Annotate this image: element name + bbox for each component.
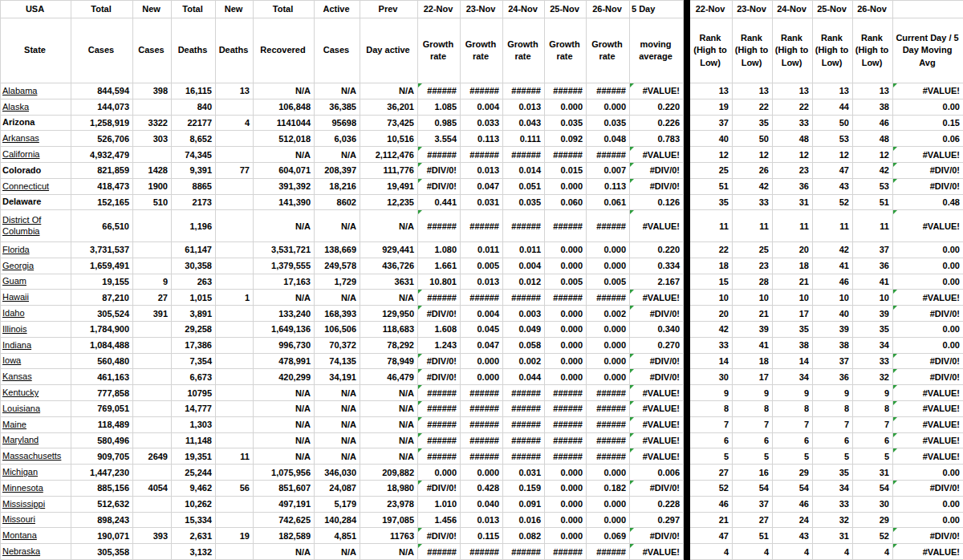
cell[interactable]: 8602 <box>315 194 360 210</box>
header-cell[interactable]: 23-Nov <box>733 1 773 18</box>
cell[interactable] <box>133 147 172 163</box>
cell[interactable]: ###### <box>418 416 461 432</box>
cell[interactable]: 6 <box>733 432 773 448</box>
cell[interactable]: 0.00 <box>893 496 963 512</box>
cell[interactable]: 7 <box>773 416 813 432</box>
cell[interactable]: 66,510 <box>71 210 133 242</box>
cell[interactable]: #VALUE! <box>630 448 684 465</box>
cell[interactable]: 0.441 <box>418 194 461 210</box>
cell[interactable]: 14,777 <box>172 400 216 416</box>
cell[interactable]: 33 <box>773 115 813 131</box>
state-cell[interactable]: Colorado <box>1 162 71 178</box>
cell[interactable]: 0.061 <box>587 194 630 210</box>
cell[interactable]: 11 <box>690 210 733 242</box>
cell[interactable]: N/A <box>315 83 360 99</box>
cell[interactable] <box>216 544 254 560</box>
cell[interactable]: #DIV/0! <box>630 306 684 322</box>
cell[interactable]: 0.069 <box>587 528 630 544</box>
cell[interactable]: 0.00 <box>893 321 963 337</box>
cell[interactable]: 0.985 <box>418 115 461 131</box>
cell[interactable]: 48 <box>773 131 813 147</box>
cell[interactable]: #DIV/0! <box>893 306 963 322</box>
cell[interactable]: ###### <box>587 432 630 448</box>
cell[interactable]: 10 <box>813 290 853 306</box>
cell[interactable]: 42 <box>690 321 733 337</box>
cell[interactable]: ###### <box>587 416 630 432</box>
cell[interactable]: 34 <box>853 337 893 353</box>
cell[interactable]: 13 <box>216 83 254 99</box>
cell[interactable]: 22 <box>773 99 813 115</box>
cell[interactable]: 25 <box>733 241 773 258</box>
header-cell[interactable]: Cases <box>71 18 133 83</box>
cell[interactable]: 9,462 <box>172 480 216 496</box>
cell[interactable]: ###### <box>587 448 630 465</box>
cell[interactable]: 46 <box>690 496 733 512</box>
header-cell[interactable]: 24-Nov <box>503 1 545 18</box>
cell[interactable]: ###### <box>418 400 461 416</box>
cell[interactable]: 54 <box>733 480 773 496</box>
cell[interactable]: 25 <box>690 162 733 178</box>
cell[interactable]: 0.044 <box>503 369 545 385</box>
cell[interactable]: 0.000 <box>587 465 630 481</box>
cell[interactable]: 35 <box>813 465 853 481</box>
cell[interactable] <box>216 512 254 528</box>
cell[interactable]: ###### <box>545 290 587 306</box>
cell[interactable]: 851,607 <box>254 480 315 496</box>
cell[interactable]: 6,673 <box>172 369 216 385</box>
cell[interactable]: 9,391 <box>172 162 216 178</box>
cell[interactable]: 0.228 <box>630 496 684 512</box>
cell[interactable]: 497,191 <box>254 496 315 512</box>
cell[interactable]: 0.013 <box>461 512 503 528</box>
cell[interactable]: #DIV/0! <box>418 306 461 322</box>
cell[interactable] <box>133 321 172 337</box>
header-cell[interactable]: Rank (High to Low) <box>813 18 853 83</box>
cell[interactable]: 46 <box>813 274 853 290</box>
cell[interactable]: 1,379,555 <box>254 258 315 274</box>
cell[interactable]: ###### <box>503 210 545 242</box>
cell[interactable]: 909,705 <box>71 448 133 465</box>
cell[interactable]: 580,496 <box>71 432 133 448</box>
cell[interactable]: 478,991 <box>254 353 315 369</box>
cell[interactable]: 74,135 <box>315 353 360 369</box>
cell[interactable]: 0.035 <box>545 115 587 131</box>
cell[interactable]: 34 <box>813 480 853 496</box>
cell[interactable] <box>216 306 254 322</box>
cell[interactable]: 46,479 <box>360 369 418 385</box>
cell[interactable]: ###### <box>587 400 630 416</box>
cell[interactable]: 0.000 <box>545 465 587 481</box>
cell[interactable]: 37 <box>853 241 893 258</box>
cell[interactable]: 12 <box>813 147 853 163</box>
cell[interactable]: 0.000 <box>418 465 461 481</box>
cell[interactable]: 0.000 <box>545 99 587 115</box>
cell[interactable]: 39 <box>813 321 853 337</box>
cell[interactable]: 2,631 <box>172 528 216 544</box>
header-cell[interactable]: Day active <box>360 18 418 83</box>
cell[interactable]: 39 <box>853 306 893 322</box>
cell[interactable]: 0.220 <box>630 99 684 115</box>
cell[interactable]: 19 <box>216 528 254 544</box>
cell[interactable]: ###### <box>587 83 630 99</box>
cell[interactable]: 16 <box>733 465 773 481</box>
cell[interactable]: N/A <box>254 290 315 306</box>
cell[interactable]: 41 <box>733 337 773 353</box>
cell[interactable]: 0.220 <box>630 241 684 258</box>
cell[interactable]: 0.035 <box>587 115 630 131</box>
cell[interactable]: 1,784,900 <box>71 321 133 337</box>
cell[interactable]: ###### <box>503 400 545 416</box>
header-cell[interactable]: 24-Nov <box>773 1 813 18</box>
cell[interactable] <box>216 337 254 353</box>
cell[interactable] <box>133 210 172 242</box>
cell[interactable]: 0.031 <box>461 194 503 210</box>
cell[interactable]: 70,372 <box>315 337 360 353</box>
cell[interactable]: 0.013 <box>461 162 503 178</box>
cell[interactable]: 0.000 <box>545 480 587 496</box>
state-cell[interactable]: Guam <box>1 274 71 290</box>
cell[interactable]: ###### <box>418 448 461 465</box>
cell[interactable]: 13 <box>853 83 893 99</box>
cell[interactable]: #VALUE! <box>630 290 684 306</box>
cell[interactable]: N/A <box>360 544 418 560</box>
cell[interactable]: 7 <box>690 416 733 432</box>
cell[interactable]: 0.159 <box>503 480 545 496</box>
cell[interactable]: 10 <box>853 290 893 306</box>
cell[interactable]: 56 <box>216 480 254 496</box>
